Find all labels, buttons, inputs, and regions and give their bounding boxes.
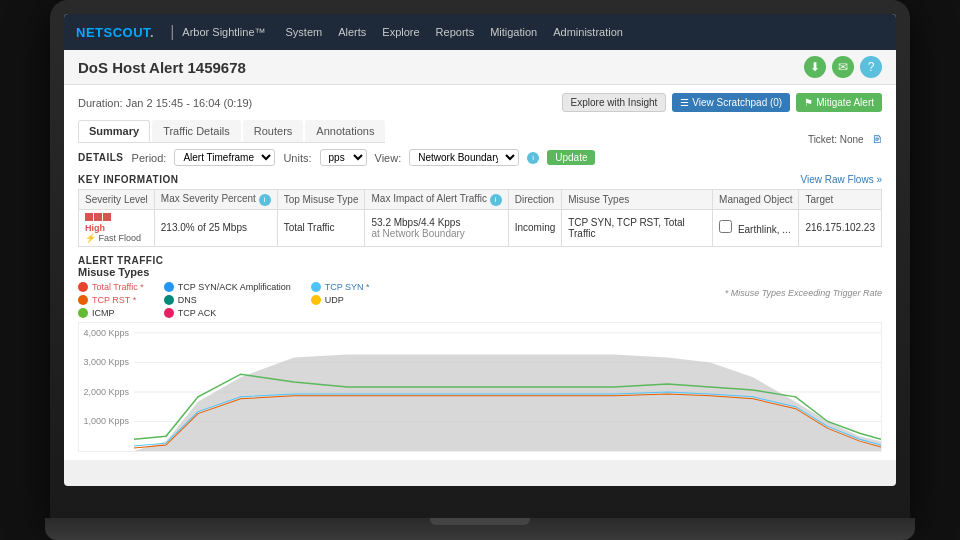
view-scratchpad-button[interactable]: ☰ View Scratchpad (0)	[672, 93, 790, 112]
brand-logo: NETSCOUT.	[76, 25, 154, 40]
col-managed-object: Managed Object	[713, 190, 799, 210]
nav-reports[interactable]: Reports	[436, 26, 475, 38]
cell-direction: Incoming	[508, 209, 562, 246]
legend-dot-udp	[311, 295, 321, 305]
fast-flood-label: Fast Flood	[85, 233, 148, 243]
y-label-3000: 3,000 Kpps	[83, 357, 129, 367]
mitigate-label: Mitigate Alert	[816, 97, 874, 108]
legend-label-tcp-syn: TCP SYN *	[325, 282, 370, 292]
cell-max-impact: 53.2 Mbps/4.4 Kpps at Network Boundary	[365, 209, 508, 246]
period-label: Period:	[132, 152, 167, 164]
explore-insight-button[interactable]: Explore with Insight	[562, 93, 667, 112]
col-max-impact: Max Impact of Alert Traffic i	[365, 190, 508, 210]
severity-blocks	[85, 213, 148, 221]
legend-tcp-syn-ack: TCP SYN/ACK Amplification	[164, 282, 291, 292]
header-icons: ⬇ ✉ ?	[804, 56, 882, 78]
cell-severity: High Fast Flood	[79, 209, 155, 246]
content-area: Duration: Jan 2 15:45 - 16:04 (0:19) Exp…	[64, 85, 896, 460]
duration-bar: Duration: Jan 2 15:45 - 16:04 (0:19) Exp…	[78, 93, 882, 112]
laptop-frame: NETSCOUT. | Arbor Sightline™ System Aler…	[50, 0, 910, 518]
download-button[interactable]: ⬇	[804, 56, 826, 78]
legend-udp: UDP	[311, 295, 370, 305]
view-label: View:	[375, 152, 402, 164]
legend-dot-tcp-rst	[78, 295, 88, 305]
scratchpad-label: View Scratchpad (0)	[692, 97, 782, 108]
legend-dns: DNS	[164, 295, 291, 305]
nav-administration[interactable]: Administration	[553, 26, 623, 38]
laptop-base	[45, 518, 915, 540]
impact-info-icon[interactable]: i	[490, 194, 502, 206]
legend-dot-tcp-syn-ack	[164, 282, 174, 292]
mitigate-alert-button[interactable]: ⚑ Mitigate Alert	[796, 93, 882, 112]
alert-traffic-section: ALERT TRAFFIC Misuse Types Total Traffic…	[78, 255, 882, 452]
units-select[interactable]: pps	[320, 149, 367, 166]
duration-text: Duration: Jan 2 15:45 - 16:04 (0:19)	[78, 97, 252, 109]
legend-dot-icmp	[78, 308, 88, 318]
mitigate-icon: ⚑	[804, 97, 813, 108]
nav-mitigation[interactable]: Mitigation	[490, 26, 537, 38]
alert-traffic-title: ALERT TRAFFIC	[78, 255, 882, 266]
legend-label-udp: UDP	[325, 295, 344, 305]
nav-explore[interactable]: Explore	[382, 26, 419, 38]
email-button[interactable]: ✉	[832, 56, 854, 78]
tab-routers[interactable]: Routers	[243, 120, 304, 142]
chart-container: 4,000 Kpps 3,000 Kpps 2,000 Kpps 1,000 K…	[78, 322, 882, 452]
managed-object-checkbox[interactable]	[719, 220, 732, 233]
details-label: DETAILS	[78, 152, 124, 163]
max-impact-value: 53.2 Mbps/4.4 Kpps	[371, 217, 460, 228]
help-button[interactable]: ?	[860, 56, 882, 78]
table-row: High Fast Flood 213.0% of 25 Mbps Total …	[79, 209, 882, 246]
legend-label-tcp-ack: TCP ACK	[178, 308, 216, 318]
nav-menu: System Alerts Explore Reports Mitigation…	[286, 26, 885, 38]
chart-svg	[134, 323, 881, 451]
col-direction: Direction	[508, 190, 562, 210]
y-axis: 4,000 Kpps 3,000 Kpps 2,000 Kpps 1,000 K…	[79, 323, 134, 451]
legend-dot-tcp-ack	[164, 308, 174, 318]
key-info-title: KEY INFORMATION	[78, 174, 178, 185]
tab-summary[interactable]: Summary	[78, 120, 150, 142]
cell-top-misuse: Total Traffic	[277, 209, 365, 246]
navigation-bar: NETSCOUT. | Arbor Sightline™ System Aler…	[64, 14, 896, 50]
update-button[interactable]: Update	[547, 150, 595, 165]
cell-target: 216.175.102.23	[799, 209, 882, 246]
screen: NETSCOUT. | Arbor Sightline™ System Aler…	[64, 14, 896, 486]
view-info-icon[interactable]: i	[527, 152, 539, 164]
misuse-types-title: Misuse Types	[78, 266, 882, 278]
cell-misuse-types: TCP SYN, TCP RST, Total Traffic	[562, 209, 713, 246]
period-select[interactable]: Alert Timeframe	[174, 149, 275, 166]
chart-area	[134, 323, 881, 451]
scratchpad-icon: ☰	[680, 97, 689, 108]
cell-severity-percent: 213.0% of 25 Mbps	[154, 209, 277, 246]
key-information-section: KEY INFORMATION View Raw Flows » Severit…	[78, 174, 882, 247]
y-label-1000: 1,000 Kpps	[83, 416, 129, 426]
severity-info-icon[interactable]: i	[259, 194, 271, 206]
legend-note-area: * Misuse Types Exceeding Trigger Rate	[390, 282, 882, 300]
severity-label: High	[85, 223, 148, 233]
legend-note: * Misuse Types Exceeding Trigger Rate	[725, 288, 882, 298]
legend-dot-tcp-syn	[311, 282, 321, 292]
nav-divider: |	[170, 23, 174, 41]
legend-total-traffic: Total Traffic *	[78, 282, 144, 292]
view-raw-flows-link[interactable]: View Raw Flows »	[800, 174, 882, 185]
legend-icmp: ICMP	[78, 308, 144, 318]
managed-object-value: Earthlink, ...	[738, 224, 791, 235]
nav-alerts[interactable]: Alerts	[338, 26, 366, 38]
ticket-edit-icon[interactable]: 🖹	[872, 134, 882, 145]
nav-system[interactable]: System	[286, 26, 323, 38]
col-target: Target	[799, 190, 882, 210]
legend-label-icmp: ICMP	[92, 308, 115, 318]
col-top-misuse: Top Misuse Type	[277, 190, 365, 210]
col-max-severity: Max Severity Percent i	[154, 190, 277, 210]
action-buttons: Explore with Insight ☰ View Scratchpad (…	[562, 93, 882, 112]
tab-annotations[interactable]: Annotations	[305, 120, 385, 142]
max-impact-note: at Network Boundary	[371, 228, 464, 239]
legend-dot-dns	[164, 295, 174, 305]
view-select[interactable]: Network Boundary	[409, 149, 519, 166]
y-label-4000: 4,000 Kpps	[83, 328, 129, 338]
col-severity-level: Severity Level	[79, 190, 155, 210]
legend-col-1: Total Traffic * TCP RST * ICMP	[78, 282, 144, 318]
legend-label-total: Total Traffic *	[92, 282, 144, 292]
legend-label-tcp-syn-ack: TCP SYN/ACK Amplification	[178, 282, 291, 292]
legend-tcp-ack: TCP ACK	[164, 308, 291, 318]
tab-traffic-details[interactable]: Traffic Details	[152, 120, 241, 142]
